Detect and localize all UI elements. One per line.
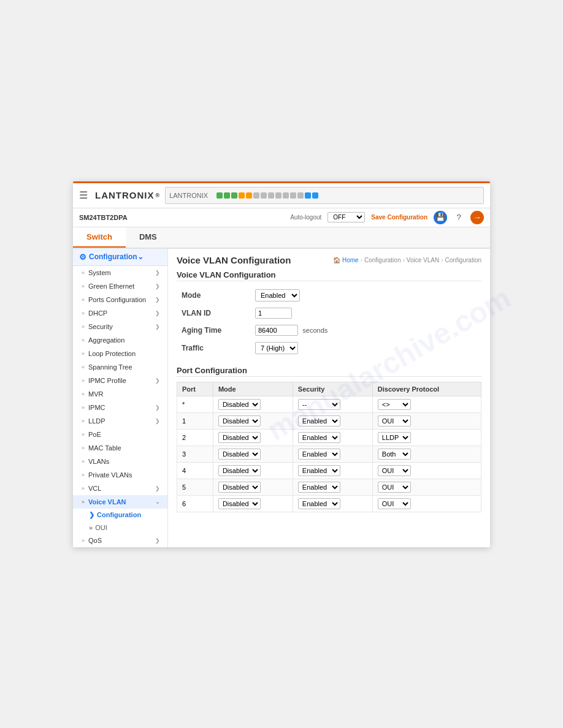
table-row: 5DisabledEnabledEnabledDisabledOUILLDPBo… [177,479,481,495]
sidebar-item-ipmc-profile[interactable]: » IPMC Profile ❯ [73,374,167,387]
port-security-cell: EnabledDisabled [293,462,372,479]
port-mode-select[interactable]: DisabledEnabled [218,449,261,460]
help-icon-btn[interactable]: ? [452,211,465,224]
save-config-link[interactable]: Save Configuration [371,214,427,221]
tab-switch[interactable]: Switch [73,227,126,248]
traffic-row: Traffic 7 (High) 6 5 4 3 2 1 0 (Low) [177,339,481,357]
chevron-down-icon: ⌄ [137,252,144,261]
port-security-select[interactable]: EnabledDisabled [298,498,340,509]
gear-icon: ⚙ [79,252,86,262]
page-title: Voice VLAN Configuration [177,255,291,265]
col-header-discovery: Discovery Protocol [372,382,481,396]
port-discovery-select[interactable]: OUILLDPBoth [378,498,411,509]
tab-dms[interactable]: DMS [126,227,170,248]
mode-label: Mode [177,286,250,305]
port-discovery-cell: OUILLDPBoth [372,412,481,429]
arrow-right-icon: ❯ [89,511,94,519]
bullet-icon: » [82,458,85,464]
sidebar-section: » System ❯ » Green Ethernet ❯ » Ports Co… [73,266,167,547]
content-header: Voice VLAN Configuration 🏠 Home › Config… [177,255,481,265]
sidebar-item-aggregation[interactable]: » Aggregation [73,333,167,347]
sidebar-item-voice-vlan[interactable]: » Voice VLAN ⌄ [73,495,167,509]
sidebar-subitem-configuration[interactable]: ❯ Configuration [78,509,167,521]
port-discovery-cell: <>OUILLDPBoth [372,396,481,412]
sidebar-item-security[interactable]: » Security ❯ [73,320,167,333]
aging-time-unit: seconds [302,327,327,334]
breadcrumb-home[interactable]: Home [342,257,359,264]
port-security-select[interactable]: EnabledDisabled [298,449,340,460]
sidebar-item-dhcp[interactable]: » DHCP ❯ [73,306,167,320]
port-security-select[interactable]: EnabledDisabled [298,465,340,476]
sidebar-item-qos[interactable]: » QoS ❯ [73,534,167,547]
port-mode-select[interactable]: DisabledEnabled [218,432,261,443]
hamburger-icon[interactable]: ☰ [79,189,88,201]
bullet-icon: » [82,377,85,384]
port-security-select[interactable]: EnabledDisabled [298,482,340,493]
save-icon-btn[interactable]: 💾 [434,211,447,224]
main-layout: ⚙ Configuration ⌄ » System ❯ » Green Eth… [73,249,490,547]
port-discovery-select[interactable]: OUILLDPBoth [378,465,411,476]
bullet-icon: » [82,297,85,303]
port-discovery-select[interactable]: OUILLDPBoth [378,482,411,493]
port-mode-select[interactable]: DisabledEnabled [218,399,261,410]
chevron-right-icon: ❯ [155,404,160,411]
sidebar-item-loop-protection[interactable]: » Loop Protection [73,347,167,360]
port-security-cell: --EnabledDisabled [293,396,372,412]
sidebar-item-lldp[interactable]: » LLDP ❯ [73,414,167,428]
sidebar-item-ports-config[interactable]: » Ports Configuration ❯ [73,293,167,306]
sidebar-item-system[interactable]: » System ❯ [73,266,167,279]
port-dot [268,192,274,199]
sidebar-item-private-vlans[interactable]: » Private VLANs [73,468,167,482]
port-dot [275,192,282,199]
port-number: 4 [177,462,213,479]
port-discovery-select[interactable]: OUILLDPBoth [378,415,411,427]
tab-bar: Switch DMS [73,227,490,249]
port-config-section-title: Port Configuration [177,366,481,377]
sidebar-item-poe[interactable]: » PoE [73,428,167,441]
vlan-id-label: VLAN ID [177,305,250,322]
sidebar-item-ipmc[interactable]: » IPMC ❯ [73,401,167,414]
traffic-label: Traffic [177,339,250,357]
logout-icon-btn[interactable]: → [470,211,484,224]
sidebar: ⚙ Configuration ⌄ » System ❯ » Green Eth… [73,249,168,547]
port-number: 2 [177,429,213,446]
table-row: 1DisabledEnabledEnabledDisabledOUILLDPBo… [177,412,481,429]
port-mode-select[interactable]: DisabledEnabled [218,482,261,493]
chevron-down-icon: ⌄ [155,499,160,505]
port-mode-cell: DisabledEnabled [213,396,293,412]
mode-select[interactable]: Enabled Disabled [255,289,300,301]
port-discovery-cell: OUILLDPBoth [372,462,481,479]
port-security-select[interactable]: EnabledDisabled [298,415,340,427]
sidebar-configuration-header[interactable]: ⚙ Configuration ⌄ [73,249,167,266]
port-dot [261,192,267,199]
traffic-select[interactable]: 7 (High) 6 5 4 3 2 1 0 (Low) [255,342,298,354]
sidebar-item-vcl[interactable]: » VCL ❯ [73,482,167,495]
sidebar-item-spanning-tree[interactable]: » Spanning Tree [73,360,167,374]
chevron-right-icon: ❯ [155,310,160,316]
port-discovery-select[interactable]: OUILLDPBoth [378,449,411,460]
bullet-icon: » [82,391,85,397]
bullet-icon: » [82,431,85,438]
sidebar-item-mvr[interactable]: » MVR [73,387,167,401]
sidebar-item-mac-table[interactable]: » MAC Table [73,441,167,455]
autologout-select[interactable]: OFF 5 min 10 min [327,212,365,222]
sidebar-subitem-oui[interactable]: » OUI [78,521,167,534]
port-discovery-cell: OUILLDPBoth [372,479,481,495]
port-dot [290,192,296,199]
vlan-id-input[interactable] [255,308,292,319]
aging-time-input[interactable] [255,325,298,336]
port-discovery-select[interactable]: OUILLDPBoth [378,432,411,443]
port-security-select[interactable]: --EnabledDisabled [298,399,340,410]
port-mode-select[interactable]: DisabledEnabled [218,465,261,476]
secondary-bar: SM24TBT2DPA Auto-logout OFF 5 min 10 min… [73,208,490,227]
port-mode-select[interactable]: DisabledEnabled [218,498,261,509]
port-security-select[interactable]: EnabledDisabled [298,432,340,443]
sidebar-item-vlans[interactable]: » VLANs [73,455,167,468]
port-discovery-select[interactable]: <>OUILLDPBoth [378,399,411,410]
port-mode-cell: DisabledEnabled [213,495,293,512]
bullet-icon: » [82,499,85,505]
col-header-port: Port [177,382,213,396]
sidebar-item-green-ethernet[interactable]: » Green Ethernet ❯ [73,279,167,293]
port-dot [231,192,237,199]
port-mode-select[interactable]: DisabledEnabled [218,415,261,427]
